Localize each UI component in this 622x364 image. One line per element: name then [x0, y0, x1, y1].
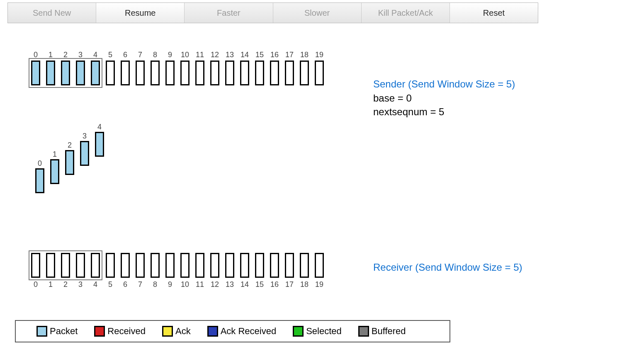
legend-label: Ack Received: [221, 326, 277, 337]
slot-number: 14: [239, 280, 250, 289]
slot-8[interactable]: [151, 253, 160, 278]
legend-swatch: [207, 326, 218, 337]
slot-number: 19: [313, 280, 325, 289]
slower-button[interactable]: Slower: [273, 3, 362, 23]
legend: PacketReceivedAckAck ReceivedSelectedBuf…: [15, 320, 450, 342]
in-flight-number: 1: [49, 150, 61, 159]
slot-5[interactable]: [106, 253, 115, 278]
receiver-info: Receiver (Send Window Size = 5): [373, 260, 522, 274]
in-flight-packet-3[interactable]: [80, 141, 89, 166]
slot-number: 3: [75, 280, 86, 289]
slot-2[interactable]: [61, 61, 70, 85]
slot-7[interactable]: [136, 253, 145, 278]
slot-number: 2: [60, 51, 71, 59]
slot-16[interactable]: [270, 61, 279, 85]
slot-number: 4: [90, 280, 101, 289]
slot-17[interactable]: [285, 253, 294, 278]
slot-number: 19: [313, 51, 325, 59]
slot-number: 12: [209, 280, 221, 289]
slot-3[interactable]: [76, 253, 85, 278]
slot-number: 8: [149, 280, 161, 289]
slot-number: 13: [224, 280, 236, 289]
slot-17[interactable]: [285, 61, 294, 85]
slot-10[interactable]: [180, 61, 190, 85]
reset-button[interactable]: Reset: [450, 3, 538, 23]
slot-19[interactable]: [315, 61, 324, 85]
slot-4[interactable]: [91, 61, 100, 85]
legend-item: Packet: [36, 326, 78, 337]
slot-number: 8: [149, 51, 161, 59]
legend-item: Ack: [162, 326, 191, 337]
slot-1[interactable]: [46, 253, 55, 278]
slot-18[interactable]: [300, 61, 309, 85]
slot-12[interactable]: [210, 61, 219, 85]
toolbar: Send New Resume Faster Slower Kill Packe…: [7, 2, 538, 23]
slot-7[interactable]: [136, 61, 145, 85]
slot-13[interactable]: [225, 61, 234, 85]
slot-3[interactable]: [76, 61, 85, 85]
slot-number: 4: [90, 51, 101, 59]
in-flight-packet-0[interactable]: [35, 168, 44, 193]
in-flight-packet-1[interactable]: [50, 159, 59, 184]
kill-button[interactable]: Kill Packet/Ack: [362, 3, 450, 23]
slot-18[interactable]: [300, 253, 309, 278]
simulation-stage: 012345678910111213141516171819 Sender (S…: [0, 23, 622, 363]
receiver-title: Receiver (Send Window Size = 5): [373, 260, 522, 274]
in-flight-packet-2[interactable]: [65, 150, 74, 175]
slot-5[interactable]: [106, 61, 115, 85]
slot-number: 1: [45, 51, 56, 59]
slot-4[interactable]: [91, 253, 100, 278]
slot-15[interactable]: [255, 253, 264, 278]
slot-number: 17: [284, 280, 295, 289]
slot-number: 10: [179, 51, 191, 59]
legend-swatch: [162, 326, 173, 337]
slot-number: 0: [30, 280, 41, 289]
slot-6[interactable]: [121, 253, 130, 278]
slot-2[interactable]: [61, 253, 70, 278]
slot-16[interactable]: [270, 253, 279, 278]
legend-item: Selected: [293, 326, 342, 337]
slot-number: 1: [45, 280, 56, 289]
slot-19[interactable]: [315, 253, 324, 278]
slot-14[interactable]: [240, 253, 249, 278]
legend-label: Buffered: [372, 326, 406, 337]
slot-number: 18: [299, 51, 310, 59]
slot-number: 18: [299, 280, 310, 289]
legend-label: Received: [107, 326, 146, 337]
slot-8[interactable]: [151, 61, 160, 85]
slot-0[interactable]: [31, 61, 40, 85]
slot-13[interactable]: [225, 253, 234, 278]
slot-9[interactable]: [165, 253, 175, 278]
slot-number: 10: [179, 280, 191, 289]
slot-11[interactable]: [195, 253, 204, 278]
legend-item: Buffered: [358, 326, 406, 337]
slot-14[interactable]: [240, 61, 249, 85]
slot-12[interactable]: [210, 253, 219, 278]
slot-number: 16: [269, 51, 280, 59]
slot-number: 6: [119, 280, 131, 289]
sender-title: Sender (Send Window Size = 5): [373, 77, 515, 91]
sender-nextseq: nextseqnum = 5: [373, 105, 515, 119]
resume-button[interactable]: Resume: [96, 3, 185, 23]
slot-number: 6: [119, 51, 131, 59]
slot-10[interactable]: [180, 253, 190, 278]
faster-button[interactable]: Faster: [185, 3, 273, 23]
legend-swatch: [293, 326, 304, 337]
slot-0[interactable]: [31, 253, 40, 278]
slot-number: 9: [164, 280, 176, 289]
slot-number: 0: [30, 51, 41, 59]
in-flight-number: 4: [94, 123, 105, 131]
slot-number: 7: [134, 280, 146, 289]
legend-item: Received: [94, 326, 146, 337]
sender-base: base = 0: [373, 91, 515, 105]
send-new-button[interactable]: Send New: [8, 3, 96, 23]
slot-number: 12: [209, 51, 221, 59]
slot-1[interactable]: [46, 61, 55, 85]
in-flight-packet-4[interactable]: [95, 132, 104, 157]
slot-number: 7: [134, 51, 146, 59]
slot-6[interactable]: [121, 61, 130, 85]
slot-9[interactable]: [165, 61, 175, 85]
slot-11[interactable]: [195, 61, 204, 85]
slot-number: 2: [60, 280, 71, 289]
slot-15[interactable]: [255, 61, 264, 85]
